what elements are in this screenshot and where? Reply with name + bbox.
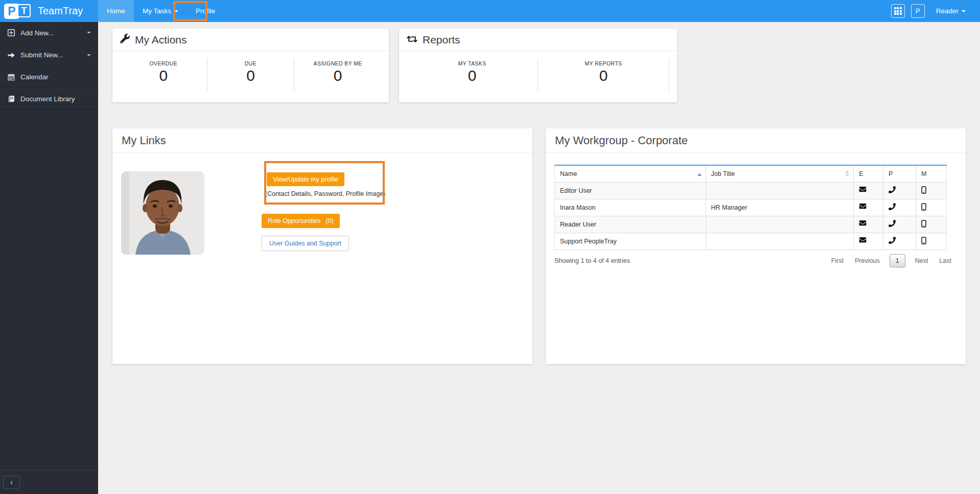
user-menu-reader[interactable]: Reader [936, 7, 966, 15]
logo-t-square: T [17, 4, 31, 17]
table-header-row: Name Job Title E P M [555, 165, 947, 182]
cell-name: Reader User [555, 216, 706, 233]
showing-entries-text: Showing 1 to 4 of 4 entries [554, 257, 630, 264]
pagination-first[interactable]: First [826, 257, 849, 264]
column-header-email[interactable]: E [854, 165, 883, 182]
profile-button-caption: (Contact Details, Password, Profile Imag… [265, 190, 386, 197]
cell-job-title [706, 216, 854, 233]
pagination-last[interactable]: Last [934, 257, 957, 264]
sidebar-item-add-new[interactable]: Add New... [0, 22, 98, 44]
email-icon[interactable] [859, 187, 867, 193]
role-count: (0) [326, 217, 334, 224]
stat-my-reports[interactable]: MY REPORTS 0 [538, 58, 669, 91]
caret-down-icon [174, 10, 178, 12]
retweet-icon [407, 34, 417, 46]
sidebar-item-calendar[interactable]: Calendar [0, 66, 98, 88]
cell-name: Editor User [555, 182, 706, 199]
stat-due[interactable]: DUE 0 [207, 58, 295, 91]
main-content: My Actions OVERDUE 0 DUE 0 ASSIGNED BY M… [98, 22, 980, 494]
my-links-header: My Links [112, 128, 532, 153]
arrow-right-icon [7, 51, 20, 59]
phone-icon[interactable] [889, 203, 896, 210]
column-header-job-title[interactable]: Job Title [706, 165, 854, 182]
mobile-icon[interactable] [921, 186, 926, 194]
brand[interactable]: P T TeamTray [0, 0, 98, 22]
role-opportunities-button[interactable]: Role Opportunities (0) [262, 214, 340, 228]
p-badge-button[interactable]: P [911, 4, 925, 18]
user-guides-support-button[interactable]: User Guides and Support [262, 236, 349, 251]
reports-title: Reports [423, 34, 460, 46]
sidebar-item-submit-new[interactable]: Submit New... [0, 44, 98, 66]
nav-home[interactable]: Home [98, 0, 134, 22]
table-row: Support PeopleTray [555, 233, 947, 250]
sidebar-collapse-button[interactable]: ‹ [3, 476, 20, 489]
mobile-icon[interactable] [921, 203, 926, 211]
my-links-title: My Links [122, 134, 166, 147]
my-workgroup-title: My Workgroup - Corporate [555, 134, 688, 147]
main-nav: Home My Tasks Profile [98, 0, 224, 22]
email-icon[interactable] [859, 237, 867, 243]
wrench-icon [120, 34, 130, 46]
sort-ascending-icon [697, 173, 702, 176]
phone-icon[interactable] [889, 186, 896, 193]
nav-profile[interactable]: Profile [187, 0, 224, 22]
view-update-profile-button[interactable]: View/Update my profile [267, 172, 344, 186]
stat-assigned-by-me[interactable]: ASSIGNED BY ME 0 [294, 58, 381, 91]
chevron-left-icon: ‹ [10, 478, 13, 486]
stat-overdue[interactable]: OVERDUE 0 [120, 58, 207, 91]
sidebar-footer: ‹ [0, 470, 98, 494]
pagination: First Previous 1 Next Last [826, 254, 957, 267]
cell-job-title [706, 233, 854, 250]
book-icon [7, 95, 20, 103]
table-row: Editor User [555, 182, 947, 199]
my-links-panel: My Links Vi [112, 128, 532, 364]
my-actions-panel: My Actions OVERDUE 0 DUE 0 ASSIGNED BY M… [112, 29, 389, 102]
my-actions-title: My Actions [135, 34, 187, 46]
grid-icon [894, 7, 902, 15]
pagination-previous[interactable]: Previous [849, 257, 885, 264]
table-row: Reader User [555, 216, 947, 233]
email-icon[interactable] [859, 204, 867, 210]
my-actions-stats: OVERDUE 0 DUE 0 ASSIGNED BY ME 0 [120, 58, 381, 91]
cell-job-title [706, 182, 854, 199]
cell-job-title: HR Manager [706, 199, 854, 216]
reports-stats: MY TASKS 0 MY REPORTS 0 [407, 58, 669, 91]
table-row: Inara Mason HR Manager [555, 199, 947, 216]
my-workgroup-header: My Workgroup - Corporate [546, 128, 966, 153]
table-footer: Showing 1 to 4 of 4 entries First Previo… [554, 254, 957, 267]
cell-name: Support PeopleTray [555, 233, 706, 250]
profile-photo [121, 171, 204, 255]
top-navbar: P T TeamTray Home My Tasks Profile P Rea… [0, 0, 980, 22]
plus-square-icon [7, 29, 20, 37]
caret-down-icon [962, 10, 966, 12]
phone-icon[interactable] [889, 220, 896, 227]
my-actions-header: My Actions [112, 29, 389, 51]
pagination-next[interactable]: Next [909, 257, 934, 264]
left-sidebar: Add New... Submit New... Calendar Docume… [0, 22, 98, 494]
calendar-icon [7, 73, 20, 81]
reports-header: Reports [399, 29, 677, 51]
mobile-icon[interactable] [921, 237, 926, 244]
column-header-name[interactable]: Name [555, 165, 706, 182]
column-header-phone[interactable]: P [883, 165, 916, 182]
sort-both-icon [845, 170, 849, 176]
caret-down-icon [87, 32, 91, 34]
column-header-mobile[interactable]: M [916, 165, 947, 182]
workgroup-table: Name Job Title E P M Editor User [554, 165, 947, 250]
reports-panel: Reports MY TASKS 0 MY REPORTS 0 [399, 29, 677, 102]
cell-name: Inara Mason [555, 199, 706, 216]
mobile-icon[interactable] [921, 220, 926, 228]
phone-icon[interactable] [889, 237, 896, 244]
stat-my-tasks[interactable]: MY TASKS 0 [407, 58, 538, 91]
brand-name: TeamTray [38, 5, 83, 17]
email-icon[interactable] [859, 220, 867, 227]
navbar-right: P Reader [885, 0, 980, 22]
caret-down-icon [87, 54, 91, 56]
teamtray-logo-icon: P T [4, 3, 35, 19]
my-workgroup-panel: My Workgroup - Corporate Name Job Title … [546, 128, 966, 364]
pagination-current-page[interactable]: 1 [890, 254, 905, 267]
nav-my-tasks[interactable]: My Tasks [134, 0, 187, 22]
sidebar-item-document-library[interactable]: Document Library [0, 88, 98, 110]
apps-grid-button[interactable] [891, 4, 905, 18]
